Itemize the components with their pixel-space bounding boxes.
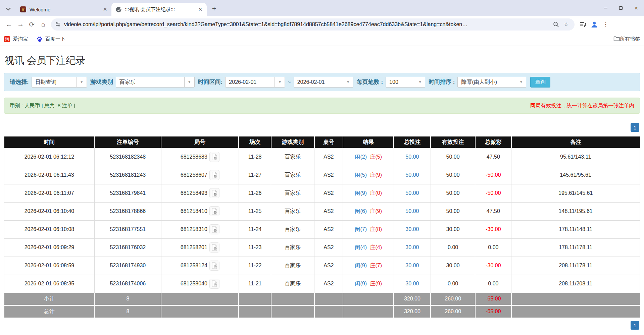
result-banker: 庄(9) (370, 281, 382, 286)
chevron-down-icon: ▼ (77, 77, 87, 87)
cell-total-bet[interactable]: 30.00 (394, 257, 431, 275)
site-settings-icon[interactable] (55, 21, 61, 27)
close-tab-icon[interactable]: ✕ (197, 6, 203, 12)
cell-bet-id: 523168182348 (94, 148, 161, 166)
profile-avatar[interactable] (589, 19, 600, 30)
bookmark-baidu[interactable]: 百度一下 (37, 36, 65, 42)
select-mode-value: 日期查询 (32, 77, 77, 87)
cell-time: 2026-02-01 06:11:43 (4, 166, 95, 184)
bookmarks-bar: 淘 爱淘宝 百度一下 所有书签 (0, 33, 644, 46)
column-header: 备注 (511, 136, 640, 148)
cell-table-no: AS2 (314, 148, 343, 166)
cell-result: 闲(9) 庄(0) (343, 184, 394, 202)
cell-session: 11-26 (239, 184, 271, 202)
cell-game-type: 百家乐 (271, 257, 314, 275)
result-banker: 庄(9) (370, 172, 382, 178)
table-row: 2026-02-01 06:11:43 523168181243 6812586… (4, 166, 640, 184)
all-bookmarks[interactable]: 所有书签 (608, 36, 640, 43)
column-header: 总投注 (394, 136, 431, 148)
cell-total-bet[interactable]: 50.00 (394, 166, 431, 184)
close-tab-icon[interactable]: ✕ (102, 6, 108, 12)
media-controls-icon[interactable] (577, 19, 589, 30)
cell-bet-id: 523168181243 (94, 166, 161, 184)
cell-round: 681258201 (161, 238, 239, 257)
tab-title: Welcome (30, 7, 102, 12)
cell-round: 681258607 (161, 166, 239, 184)
chevron-down-icon: ▼ (343, 77, 353, 87)
video-replay-button[interactable] (209, 224, 219, 234)
total-valid-bet: 260.00 (431, 305, 475, 318)
cell-bet-id: 523168179841 (94, 184, 161, 202)
cell-total-bet[interactable]: 50.00 (394, 202, 431, 220)
bookmark-aitaobao[interactable]: 淘 爱淘宝 (4, 36, 28, 42)
close-window-button[interactable]: ✕ (629, 0, 644, 16)
minimize-button[interactable] (598, 0, 613, 16)
cell-total-bet[interactable]: 30.00 (394, 275, 431, 293)
new-tab-button[interactable]: + (209, 4, 219, 13)
video-replay-button[interactable] (209, 188, 219, 198)
video-replay-button[interactable] (209, 152, 219, 162)
bookmark-star-icon[interactable]: ☆ (561, 19, 571, 30)
cell-session: 11-25 (239, 202, 271, 220)
result-banker: 庄(4) (370, 244, 382, 250)
cell-payout: -50.00 (475, 166, 511, 184)
browser-menu-icon[interactable]: ⋮ (600, 19, 611, 30)
cell-total-bet[interactable]: 50.00 (394, 148, 431, 166)
tab-search-button[interactable] (3, 3, 14, 15)
filter-bar: 请选择: 日期查询 ▼ 游戏类别 百家乐 ▼ 时间区间: 2026-02-01 … (4, 73, 640, 91)
url-text[interactable]: videoie.com/ipl/portal.php/game/betrecor… (64, 21, 551, 27)
column-header: 结果 (343, 136, 394, 148)
cell-remark: 208.11/208.11 (511, 275, 640, 293)
cell-session: 11-21 (239, 275, 271, 293)
chevron-down-icon (6, 8, 11, 11)
round-number: 681258040 (181, 281, 207, 287)
cell-payout: -30.00 (475, 220, 511, 238)
page-content: 视讯 会员下注纪录 请选择: 日期查询 ▼ 游戏类别 百家乐 ▼ 时间区间: 2… (0, 54, 644, 330)
maximize-button[interactable] (613, 0, 629, 16)
cell-payout: -30.00 (475, 257, 511, 275)
cell-total-bet[interactable]: 50.00 (394, 184, 431, 202)
select-mode-dropdown[interactable]: 日期查询 ▼ (32, 77, 87, 88)
video-replay-button[interactable] (209, 242, 219, 253)
tab-bet-records[interactable]: :::视讯 会员下注纪录::: ✕ (111, 3, 207, 16)
game-type-value: 百家乐 (116, 77, 184, 87)
cell-time: 2026-02-01 06:10:08 (4, 220, 95, 238)
video-replay-button[interactable] (209, 261, 219, 271)
cell-time: 2026-02-01 06:10:40 (4, 202, 95, 220)
page-1-button[interactable]: 1 (631, 321, 639, 330)
table-row: 2026-02-01 06:08:35 523168174006 6812580… (4, 275, 640, 293)
date-from-dropdown[interactable]: 2026-02-01 ▼ (225, 77, 285, 88)
per-page-dropdown[interactable]: 100 ▼ (386, 77, 425, 88)
cell-total-bet[interactable]: 30.00 (394, 220, 431, 238)
cell-total-bet[interactable]: 30.00 (394, 238, 431, 257)
sort-dropdown[interactable]: 降幂(由大到小) ▼ (457, 77, 526, 88)
forward-button[interactable]: → (15, 19, 26, 30)
cell-time: 2026-02-01 06:09:29 (4, 238, 95, 257)
reload-button[interactable]: ⟳ (26, 19, 38, 30)
table-header: 时间注单编号局号场次游戏类别桌号结果总投注有效投注总派彩备注 (4, 136, 640, 148)
address-bar[interactable]: videoie.com/ipl/portal.php/game/betrecor… (51, 18, 575, 31)
cell-result: 闲(6) 庄(9) (343, 202, 394, 220)
sort-label: 时间排序 : (429, 78, 455, 86)
page-1-button[interactable]: 1 (631, 123, 639, 132)
video-replay-button[interactable] (209, 206, 219, 216)
video-replay-button[interactable] (209, 170, 219, 180)
cell-valid-bet: 50.00 (431, 148, 475, 166)
cell-result: 闲(7) 庄(8) (343, 220, 394, 238)
date-to-dropdown[interactable]: 2026-02-01 ▼ (294, 77, 353, 88)
video-replay-button[interactable] (209, 279, 219, 289)
cell-bet-id: 523168174930 (94, 257, 161, 275)
cell-remark: 208.11/178.11 (511, 257, 640, 275)
cell-table-no: AS2 (314, 184, 343, 202)
tab-welcome[interactable]: ♛ Welcome ✕ (16, 3, 111, 16)
cell-valid-bet: 50.00 (431, 202, 475, 220)
cell-bet-id: 523168178866 (94, 202, 161, 220)
chevron-down-icon: ▼ (275, 77, 285, 87)
result-banker: 庄(7) (370, 263, 382, 268)
cell-game-type: 百家乐 (271, 202, 314, 220)
back-button[interactable]: ← (3, 19, 15, 30)
game-type-dropdown[interactable]: 百家乐 ▼ (116, 77, 195, 88)
query-button[interactable]: 查询 (530, 77, 550, 88)
home-button[interactable]: ⌂ (38, 19, 49, 30)
zoom-level-icon[interactable] (551, 19, 561, 30)
